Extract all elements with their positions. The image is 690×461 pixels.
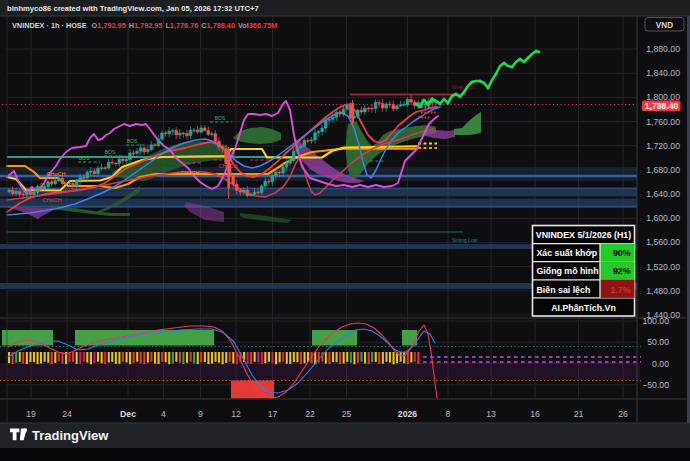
svg-text:−50.00: −50.00 [642,380,669,390]
svg-text:9: 9 [198,409,203,419]
svg-text:VNINDEX · 1h · HOSEO1,792.95H1: VNINDEX · 1h · HOSEO1,792.95H1,792.95L1,… [12,21,277,30]
svg-text:12: 12 [231,409,241,419]
svg-text:100.00: 100.00 [642,316,669,326]
svg-text:VND: VND [656,21,673,30]
svg-text:1,880.00: 1,880.00 [646,44,680,54]
svg-text:1,720.00: 1,720.00 [646,141,680,151]
svg-text:1,640.00: 1,640.00 [646,189,680,199]
svg-text:1,560.00: 1,560.00 [646,237,680,247]
svg-text:8: 8 [446,409,451,419]
svg-text:Xác suất khớp: Xác suất khớp [537,248,598,258]
svg-text:50.00: 50.00 [647,337,669,347]
svg-text:0.00: 0.00 [652,359,669,369]
svg-text:1,840.00: 1,840.00 [646,68,680,78]
svg-text:Strong Low: Strong Low [452,237,478,243]
svg-text:2026: 2026 [398,409,417,419]
svg-text:92%: 92% [613,266,631,276]
svg-text:4: 4 [161,409,166,419]
svg-text:CHoCH: CHoCH [43,197,62,203]
svg-text:TradingView: TradingView [32,428,109,443]
svg-text:CHoCH: CHoCH [181,170,200,176]
svg-text:1,788.40: 1,788.40 [645,101,679,111]
svg-text:21: 21 [574,409,584,419]
svg-text:Weak High: Weak High [452,85,475,90]
svg-text:26: 26 [618,409,628,419]
svg-text:1,520.00: 1,520.00 [646,262,680,272]
svg-text:AI.PhânTích.Vn: AI.PhânTích.Vn [551,303,616,313]
svg-text:24: 24 [62,409,72,419]
svg-text:Biên sai lệch: Biên sai lệch [537,285,591,295]
svg-text:16: 16 [530,409,540,419]
svg-text:1,760.00: 1,760.00 [646,117,680,127]
svg-text:BOS: BOS [105,149,116,155]
svg-text:Dec: Dec [120,409,136,419]
svg-text:BOS: BOS [79,155,90,161]
svg-text:1,600.00: 1,600.00 [646,213,680,223]
svg-text:22: 22 [305,409,315,419]
svg-text:VNINDEX 5/1/2026 (H1): VNINDEX 5/1/2026 (H1) [536,230,631,240]
svg-text:BOS: BOS [215,115,226,121]
svg-text:19: 19 [26,409,36,419]
svg-text:binhmyco86 created with Tradin: binhmyco86 created with TradingView.com,… [7,4,259,13]
svg-text:BOS: BOS [127,138,138,144]
svg-text:17: 17 [268,409,278,419]
svg-text:1,680.00: 1,680.00 [646,165,680,175]
svg-text:1.7%: 1.7% [610,285,630,295]
svg-text:90%: 90% [613,248,631,258]
svg-text:25: 25 [342,409,352,419]
svg-text:13: 13 [486,409,496,419]
svg-text:1,480.00: 1,480.00 [646,286,680,296]
svg-text:Giống mô hình: Giống mô hình [537,266,599,276]
